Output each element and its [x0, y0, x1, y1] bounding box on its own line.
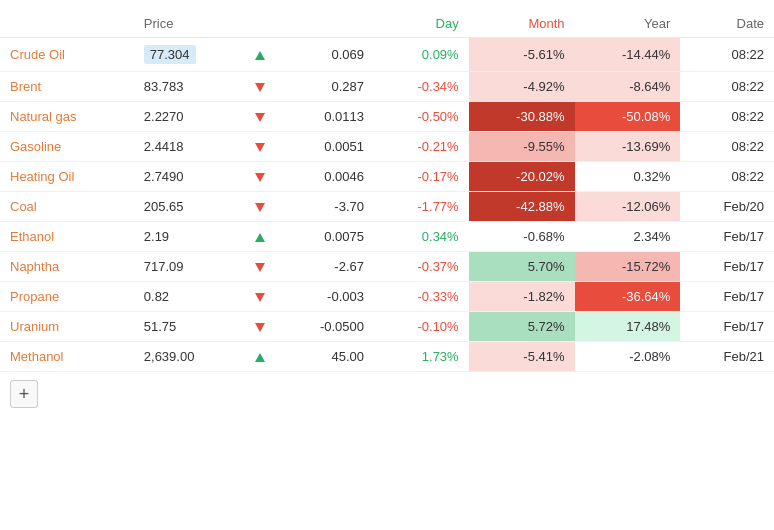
- commodity-day: -0.17%: [374, 162, 469, 192]
- table-row: Naphtha717.09-2.67-0.37%5.70%-15.72%Feb/…: [0, 252, 774, 282]
- commodity-year: 0.32%: [575, 162, 681, 192]
- commodity-day: -0.37%: [374, 252, 469, 282]
- header-name: [0, 10, 134, 38]
- commodity-price: 51.75: [134, 312, 245, 342]
- arrow-down-icon: [245, 282, 275, 312]
- table-row: Ethanol2.190.00750.34%-0.68%2.34%Feb/17: [0, 222, 774, 252]
- commodity-name[interactable]: Methanol: [0, 342, 134, 372]
- commodity-day: -0.33%: [374, 282, 469, 312]
- commodity-date: Feb/20: [680, 192, 774, 222]
- commodity-date: Feb/17: [680, 282, 774, 312]
- commodity-change: 0.0046: [275, 162, 374, 192]
- commodity-date: Feb/17: [680, 312, 774, 342]
- commodity-name[interactable]: Propane: [0, 282, 134, 312]
- commodity-year: -15.72%: [575, 252, 681, 282]
- commodity-name[interactable]: Ethanol: [0, 222, 134, 252]
- commodity-date: 08:22: [680, 162, 774, 192]
- header-date: Date: [680, 10, 774, 38]
- commodity-day: -1.77%: [374, 192, 469, 222]
- arrow-down-icon: [245, 72, 275, 102]
- commodity-day: 0.09%: [374, 38, 469, 72]
- commodity-day: -0.50%: [374, 102, 469, 132]
- commodity-change: 0.069: [275, 38, 374, 72]
- arrow-down-icon: [245, 312, 275, 342]
- commodity-day: 1.73%: [374, 342, 469, 372]
- header-change: [275, 10, 374, 38]
- header-price: Price: [134, 10, 245, 38]
- commodity-month: -0.68%: [469, 222, 575, 252]
- commodity-price: 2.2270: [134, 102, 245, 132]
- commodity-year: -50.08%: [575, 102, 681, 132]
- commodity-name[interactable]: Uranium: [0, 312, 134, 342]
- table-row: Natural gas2.22700.0113-0.50%-30.88%-50.…: [0, 102, 774, 132]
- commodity-name[interactable]: Crude Oil: [0, 38, 134, 72]
- arrow-up-icon: [245, 342, 275, 372]
- arrow-up-icon: [245, 38, 275, 72]
- add-button[interactable]: +: [10, 380, 38, 408]
- commodity-change: -0.0500: [275, 312, 374, 342]
- commodity-month: 5.70%: [469, 252, 575, 282]
- commodity-price: 77.304: [134, 38, 245, 72]
- arrow-down-icon: [245, 162, 275, 192]
- commodity-price: 2.19: [134, 222, 245, 252]
- commodity-month: -5.41%: [469, 342, 575, 372]
- commodity-month: -4.92%: [469, 72, 575, 102]
- commodity-month: -30.88%: [469, 102, 575, 132]
- commodity-name[interactable]: Coal: [0, 192, 134, 222]
- commodity-date: 08:22: [680, 72, 774, 102]
- commodity-month: -5.61%: [469, 38, 575, 72]
- commodity-day: 0.34%: [374, 222, 469, 252]
- commodity-year: -36.64%: [575, 282, 681, 312]
- commodity-month: -20.02%: [469, 162, 575, 192]
- table-row: Coal205.65-3.70-1.77%-42.88%-12.06%Feb/2…: [0, 192, 774, 222]
- arrow-down-icon: [245, 192, 275, 222]
- commodity-year: -13.69%: [575, 132, 681, 162]
- commodity-date: 08:22: [680, 102, 774, 132]
- commodity-date: Feb/17: [680, 252, 774, 282]
- commodity-name[interactable]: Natural gas: [0, 102, 134, 132]
- commodity-name[interactable]: Naphtha: [0, 252, 134, 282]
- commodity-date: Feb/21: [680, 342, 774, 372]
- table-row: Gasoline2.44180.0051-0.21%-9.55%-13.69%0…: [0, 132, 774, 162]
- table-row: Brent83.7830.287-0.34%-4.92%-8.64%08:22: [0, 72, 774, 102]
- table-row: Uranium51.75-0.0500-0.10%5.72%17.48%Feb/…: [0, 312, 774, 342]
- commodity-year: -2.08%: [575, 342, 681, 372]
- arrow-up-icon: [245, 222, 275, 252]
- commodity-change: 0.287: [275, 72, 374, 102]
- header-day: Day: [374, 10, 469, 38]
- commodities-table: Price Day Month Year Date Crude Oil77.30…: [0, 10, 774, 372]
- commodity-year: 2.34%: [575, 222, 681, 252]
- commodity-change: -3.70: [275, 192, 374, 222]
- commodities-table-container: Price Day Month Year Date Crude Oil77.30…: [0, 0, 774, 426]
- table-row: Propane0.82-0.003-0.33%-1.82%-36.64%Feb/…: [0, 282, 774, 312]
- commodity-change: -0.003: [275, 282, 374, 312]
- commodity-name[interactable]: Heating Oil: [0, 162, 134, 192]
- commodity-price: 0.82: [134, 282, 245, 312]
- commodity-price: 717.09: [134, 252, 245, 282]
- arrow-down-icon: [245, 252, 275, 282]
- commodity-price: 2.4418: [134, 132, 245, 162]
- commodity-month: 5.72%: [469, 312, 575, 342]
- commodity-name[interactable]: Brent: [0, 72, 134, 102]
- commodity-month: -9.55%: [469, 132, 575, 162]
- commodity-price: 205.65: [134, 192, 245, 222]
- commodity-day: -0.10%: [374, 312, 469, 342]
- table-row: Crude Oil77.3040.0690.09%-5.61%-14.44%08…: [0, 38, 774, 72]
- header-year: Year: [575, 10, 681, 38]
- commodity-change: 0.0075: [275, 222, 374, 252]
- commodity-day: -0.21%: [374, 132, 469, 162]
- header-month: Month: [469, 10, 575, 38]
- commodity-name[interactable]: Gasoline: [0, 132, 134, 162]
- commodity-date: 08:22: [680, 38, 774, 72]
- commodity-year: 17.48%: [575, 312, 681, 342]
- commodity-month: -1.82%: [469, 282, 575, 312]
- arrow-down-icon: [245, 132, 275, 162]
- table-row: Heating Oil2.74900.0046-0.17%-20.02%0.32…: [0, 162, 774, 192]
- commodity-change: -2.67: [275, 252, 374, 282]
- commodity-price: 2.7490: [134, 162, 245, 192]
- commodity-day: -0.34%: [374, 72, 469, 102]
- commodity-year: -14.44%: [575, 38, 681, 72]
- table-row: Methanol2,639.0045.001.73%-5.41%-2.08%Fe…: [0, 342, 774, 372]
- commodity-date: 08:22: [680, 132, 774, 162]
- commodity-change: 45.00: [275, 342, 374, 372]
